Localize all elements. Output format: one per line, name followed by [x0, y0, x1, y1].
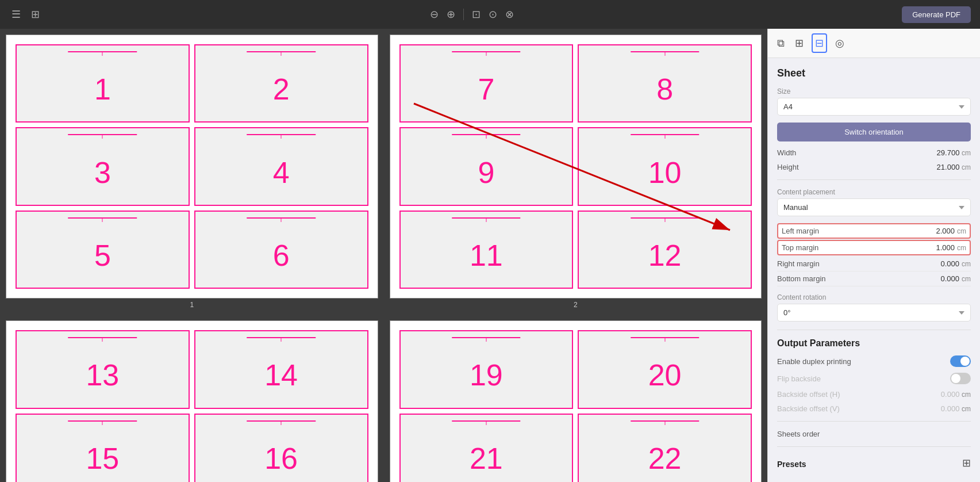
right-panel: ⧉ ⊞ ⊟ ◎ Sheet Size A4 A3 Letter Legal Sw… — [767, 29, 980, 482]
page-4: 19 20 21 22 23 24 — [390, 320, 762, 482]
card-21: 21 — [399, 414, 574, 482]
flip-backside-label: Flip backside — [777, 374, 821, 383]
card-7: 7 — [399, 44, 574, 123]
bottom-margin-label: Bottom margin — [777, 274, 940, 283]
card-14: 14 — [194, 330, 368, 408]
presets-grid-icon[interactable]: ⊞ — [962, 457, 971, 469]
size-label: Size — [777, 87, 971, 95]
card-3: 3 — [16, 127, 190, 205]
card-13: 13 — [16, 330, 190, 408]
panel-topbar: ⧉ ⊞ ⊟ ◎ — [768, 29, 980, 58]
top-margin-row: Top margin 1.000 cm — [777, 240, 971, 255]
enable-duplex-label: Enable duplex printing — [777, 357, 851, 366]
content-placement-select[interactable]: Manual Auto Custom — [777, 198, 971, 216]
page-1: 1 2 3 4 5 6 — [6, 35, 378, 299]
presets-row: Presets ⊞ — [777, 455, 971, 471]
backside-offset-v-value: 0.000 cm — [941, 404, 971, 413]
bottom-margin-row: Bottom margin 0.000 cm — [777, 271, 971, 286]
right-margin-row: Right margin 0.000 cm — [777, 257, 971, 271]
panel-content: Sheet Size A4 A3 Letter Legal Switch ori… — [768, 58, 980, 482]
grid-panel-icon[interactable]: ⊞ — [793, 35, 806, 52]
toolbar-divider — [463, 9, 464, 20]
sheets-order-row: Sheets order — [777, 430, 971, 438]
left-margin-label: Left margin — [782, 227, 936, 235]
divider-2 — [777, 330, 971, 330]
main-layout: 1 2 3 4 5 6 1 7 8 9 10 11 12 — [0, 29, 980, 482]
sheet-title: Sheet — [777, 67, 971, 79]
divider-4 — [777, 446, 971, 447]
bottom-margin-value: 0.000 cm — [940, 274, 971, 283]
toolbar-left: ☰ ⊞ — [9, 6, 42, 23]
left-margin-row: Left margin 2.000 cm — [777, 223, 971, 239]
content-placement-label: Content placement — [777, 188, 971, 196]
toolbar-right: Generate PDF — [902, 6, 971, 23]
presets-title: Presets — [777, 460, 806, 469]
switch-orientation-button[interactable]: Switch orientation — [777, 123, 971, 141]
width-row: Width 29.700 cm — [777, 148, 971, 157]
size-field-group: Size A4 A3 Letter Legal — [777, 87, 971, 116]
card-12: 12 — [578, 211, 752, 289]
page-3-container: 13 14 15 16 17 18 — [0, 315, 384, 482]
right-margin-value: 0.000 cm — [940, 259, 971, 268]
toolbar: ☰ ⊞ ⊖ ⊕ ⊡ ⊙ ⊗ Generate PDF — [0, 0, 980, 29]
page-2-label: 2 — [390, 301, 762, 309]
card-9: 9 — [399, 127, 574, 205]
enable-duplex-row: Enable duplex printing — [777, 355, 971, 367]
divider-3 — [777, 421, 971, 422]
flip-backside-row: Flip backside — [777, 373, 971, 384]
content-placement-group: Content placement Manual Auto Custom — [777, 188, 971, 216]
page-2: 7 8 9 10 11 12 — [390, 35, 762, 299]
card-20: 20 — [578, 330, 752, 408]
top-margin-label: Top margin — [782, 243, 936, 252]
zoom-in-icon[interactable]: ⊕ — [444, 6, 458, 23]
card-19: 19 — [399, 330, 574, 408]
height-value: 21.000 cm — [937, 163, 971, 171]
card-11: 11 — [399, 211, 574, 289]
content-rotation-group: Content rotation 0° 90° 180° 270° — [777, 293, 971, 322]
menu-icon[interactable]: ☰ — [9, 6, 23, 23]
width-label: Width — [777, 148, 937, 157]
backside-offset-h-row: Backside offset (H) 0.000 cm — [777, 390, 971, 399]
page-2-container: 7 8 9 10 11 12 2 — [384, 29, 768, 315]
sheets-order-label: Sheets order — [777, 430, 971, 438]
content-rotation-label: Content rotation — [777, 293, 971, 301]
target-panel-icon[interactable]: ◎ — [833, 35, 847, 52]
card-6: 6 — [194, 211, 368, 289]
page-1-container: 1 2 3 4 5 6 1 — [0, 29, 384, 315]
fit-all-icon[interactable]: ⊗ — [503, 6, 516, 23]
page-1-label: 1 — [6, 301, 378, 309]
top-margin-value: 1.000 cm — [936, 243, 966, 252]
height-label: Height — [777, 163, 937, 171]
flip-backside-toggle[interactable] — [950, 373, 971, 384]
output-params-title: Output Parameters — [777, 338, 971, 349]
left-margin-value: 2.000 cm — [936, 227, 966, 235]
backside-offset-v-row: Backside offset (V) 0.000 cm — [777, 404, 971, 413]
size-select[interactable]: A4 A3 Letter Legal — [777, 98, 971, 116]
zoom-reset-icon[interactable]: ⊙ — [486, 6, 499, 23]
enable-duplex-toggle[interactable] — [950, 355, 971, 367]
height-row: Height 21.000 cm — [777, 163, 971, 171]
card-22: 22 — [578, 414, 752, 482]
card-8: 8 — [578, 44, 752, 123]
card-16: 16 — [194, 414, 368, 482]
backside-offset-v-label: Backside offset (V) — [777, 404, 941, 413]
card-5: 5 — [16, 211, 190, 289]
content-rotation-select[interactable]: 0° 90° 180° 270° — [777, 304, 971, 322]
copies-panel-icon[interactable]: ⧉ — [775, 35, 787, 52]
backside-offset-h-label: Backside offset (H) — [777, 390, 941, 399]
card-15: 15 — [16, 414, 190, 482]
card-2: 2 — [194, 44, 368, 123]
layout-panel-icon[interactable]: ⊟ — [812, 33, 827, 53]
canvas-wrapper: 1 2 3 4 5 6 1 7 8 9 10 11 12 — [0, 29, 767, 482]
page-3: 13 14 15 16 17 18 — [6, 320, 378, 482]
divider-1 — [777, 179, 971, 180]
right-margin-label: Right margin — [777, 259, 940, 268]
generate-pdf-button[interactable]: Generate PDF — [902, 6, 971, 23]
grid-view-icon[interactable]: ⊞ — [29, 6, 42, 23]
page-4-container: 19 20 21 22 23 24 — [384, 315, 768, 482]
fit-page-icon[interactable]: ⊡ — [470, 6, 483, 23]
width-value: 29.700 cm — [937, 148, 971, 157]
page-grid: 1 2 3 4 5 6 1 7 8 9 10 11 12 — [0, 29, 767, 482]
zoom-out-icon[interactable]: ⊖ — [428, 6, 441, 23]
toolbar-center: ⊖ ⊕ ⊡ ⊙ ⊗ — [47, 6, 897, 23]
